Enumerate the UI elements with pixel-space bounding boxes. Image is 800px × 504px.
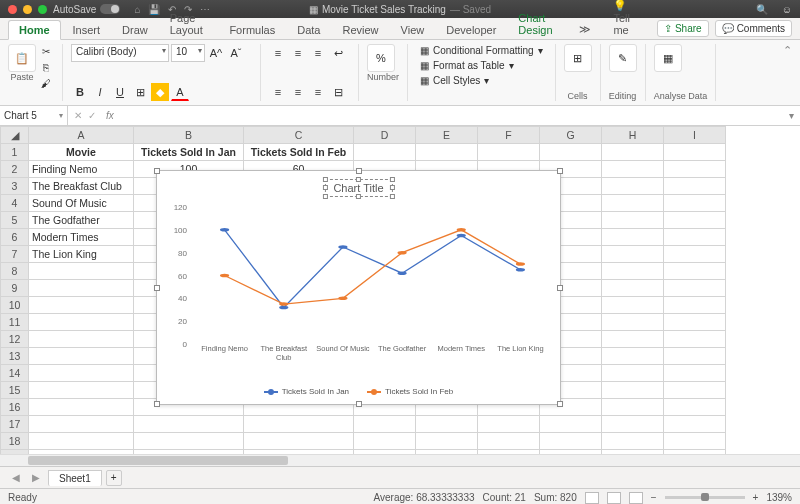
tab-data[interactable]: Data bbox=[287, 21, 330, 39]
view-page-break-icon[interactable] bbox=[629, 492, 643, 504]
row-header[interactable]: 18 bbox=[1, 433, 29, 450]
row-header[interactable]: 12 bbox=[1, 331, 29, 348]
sheet-nav-next-icon[interactable]: ▶ bbox=[28, 472, 44, 483]
align-left-icon[interactable]: ≡ bbox=[269, 83, 287, 101]
cell-styles-button[interactable]: ▦ Cell Styles ▾ bbox=[416, 74, 547, 87]
resize-handle[interactable] bbox=[154, 168, 160, 174]
cancel-formula-icon[interactable]: ✕ bbox=[74, 110, 82, 121]
chart-object[interactable]: Chart Title 020406080100120 Finding Nemo… bbox=[156, 170, 561, 405]
more-icon[interactable]: ⋯ bbox=[200, 4, 210, 15]
row-header[interactable]: 16 bbox=[1, 399, 29, 416]
bold-button[interactable]: B bbox=[71, 83, 89, 101]
resize-handle[interactable] bbox=[557, 285, 563, 291]
cut-icon[interactable]: ✂ bbox=[38, 44, 54, 58]
fullscreen-window-icon[interactable] bbox=[38, 5, 47, 14]
tab-chart-design[interactable]: Chart Design bbox=[508, 9, 567, 39]
search-icon[interactable]: 🔍 bbox=[756, 4, 768, 15]
col-header[interactable]: H bbox=[602, 127, 664, 144]
resize-handle[interactable] bbox=[356, 401, 362, 407]
minimize-window-icon[interactable] bbox=[23, 5, 32, 14]
col-header[interactable]: G bbox=[540, 127, 602, 144]
tab-developer[interactable]: Developer bbox=[436, 21, 506, 39]
close-window-icon[interactable] bbox=[8, 5, 17, 14]
toggle-icon[interactable] bbox=[100, 4, 120, 14]
zoom-in-icon[interactable]: + bbox=[753, 492, 759, 503]
row-header[interactable]: 3 bbox=[1, 178, 29, 195]
resize-handle[interactable] bbox=[356, 168, 362, 174]
decrease-font-icon[interactable]: Aˇ bbox=[227, 44, 245, 62]
format-as-table-button[interactable]: ▦ Format as Table ▾ bbox=[416, 59, 547, 72]
account-icon[interactable]: ☺ bbox=[782, 4, 792, 15]
select-all-corner[interactable]: ◢ bbox=[1, 127, 29, 144]
chart-plot-area[interactable] bbox=[195, 207, 550, 344]
zoom-slider[interactable] bbox=[665, 496, 745, 499]
col-header[interactable]: I bbox=[664, 127, 726, 144]
zoom-percent[interactable]: 139% bbox=[766, 492, 792, 503]
chart-title[interactable]: Chart Title bbox=[324, 179, 392, 197]
row-header[interactable]: 9 bbox=[1, 280, 29, 297]
tab-insert[interactable]: Insert bbox=[63, 21, 111, 39]
copy-icon[interactable]: ⎘ bbox=[38, 60, 54, 74]
sheet-tab[interactable]: Sheet1 bbox=[48, 470, 102, 486]
tab-home[interactable]: Home bbox=[8, 20, 61, 40]
horizontal-scrollbar[interactable] bbox=[0, 454, 800, 466]
font-size-select[interactable]: 10 bbox=[171, 44, 205, 62]
row-header[interactable]: 7 bbox=[1, 246, 29, 263]
row-header[interactable]: 14 bbox=[1, 365, 29, 382]
zoom-out-icon[interactable]: − bbox=[651, 492, 657, 503]
add-sheet-button[interactable]: + bbox=[106, 470, 122, 486]
row-header[interactable]: 10 bbox=[1, 297, 29, 314]
font-name-select[interactable]: Calibri (Body) bbox=[71, 44, 169, 62]
tab-draw[interactable]: Draw bbox=[112, 21, 158, 39]
conditional-formatting-button[interactable]: ▦ Conditional Formatting ▾ bbox=[416, 44, 547, 57]
undo-icon[interactable]: ↶ bbox=[168, 4, 176, 15]
increase-font-icon[interactable]: A^ bbox=[207, 44, 225, 62]
view-page-layout-icon[interactable] bbox=[607, 492, 621, 504]
sheet-nav-prev-icon[interactable]: ◀ bbox=[8, 472, 24, 483]
underline-button[interactable]: U bbox=[111, 83, 129, 101]
italic-button[interactable]: I bbox=[91, 83, 109, 101]
row-header[interactable]: 1 bbox=[1, 144, 29, 161]
col-header[interactable]: D bbox=[354, 127, 416, 144]
resize-handle[interactable] bbox=[557, 401, 563, 407]
comments-button[interactable]: 💬 Comments bbox=[715, 20, 792, 37]
redo-icon[interactable]: ↷ bbox=[184, 4, 192, 15]
collapse-ribbon-icon[interactable]: ⌃ bbox=[783, 44, 792, 101]
fx-icon[interactable]: fx bbox=[102, 110, 118, 121]
analyse-data-icon[interactable]: ▦ bbox=[654, 44, 682, 72]
tab-review[interactable]: Review bbox=[332, 21, 388, 39]
col-header[interactable]: E bbox=[416, 127, 478, 144]
align-center-icon[interactable]: ≡ bbox=[289, 83, 307, 101]
col-header[interactable]: F bbox=[478, 127, 540, 144]
autosave-toggle[interactable]: AutoSave bbox=[53, 4, 120, 15]
format-painter-icon[interactable]: 🖌 bbox=[38, 76, 54, 90]
row-header[interactable]: 15 bbox=[1, 382, 29, 399]
row-header[interactable]: 17 bbox=[1, 416, 29, 433]
editing-icon[interactable]: ✎ bbox=[609, 44, 637, 72]
font-color-button[interactable]: A bbox=[171, 83, 189, 101]
row-header[interactable]: 2 bbox=[1, 161, 29, 178]
border-button[interactable]: ⊞ bbox=[131, 83, 149, 101]
cells-icon[interactable]: ⊞ bbox=[564, 44, 592, 72]
accept-formula-icon[interactable]: ✓ bbox=[88, 110, 96, 121]
col-header[interactable]: C bbox=[244, 127, 354, 144]
share-button[interactable]: ⇪ Share bbox=[657, 20, 709, 37]
wrap-text-icon[interactable]: ↩ bbox=[329, 44, 347, 62]
number-format-icon[interactable]: % bbox=[367, 44, 395, 72]
tell-me[interactable]: 💡 Tell me bbox=[603, 0, 655, 39]
name-box[interactable]: Chart 5▾ bbox=[0, 106, 68, 125]
expand-formula-icon[interactable]: ▾ bbox=[783, 110, 800, 121]
row-header[interactable]: 5 bbox=[1, 212, 29, 229]
row-header[interactable]: 6 bbox=[1, 229, 29, 246]
resize-handle[interactable] bbox=[557, 168, 563, 174]
paste-icon[interactable]: 📋 bbox=[8, 44, 36, 72]
chart-legend[interactable]: Tickets Sold In Jan Tickets Sold In Feb bbox=[157, 387, 560, 396]
row-header[interactable]: 11 bbox=[1, 314, 29, 331]
save-icon[interactable]: 💾 bbox=[148, 4, 160, 15]
align-mid-icon[interactable]: ≡ bbox=[289, 44, 307, 62]
row-header[interactable]: 8 bbox=[1, 263, 29, 280]
col-header[interactable]: B bbox=[134, 127, 244, 144]
view-normal-icon[interactable] bbox=[585, 492, 599, 504]
tab-formulas[interactable]: Formulas bbox=[219, 21, 285, 39]
worksheet-grid[interactable]: ◢ A B C D E F G H I 1MovieTickets Sold I… bbox=[0, 126, 800, 466]
